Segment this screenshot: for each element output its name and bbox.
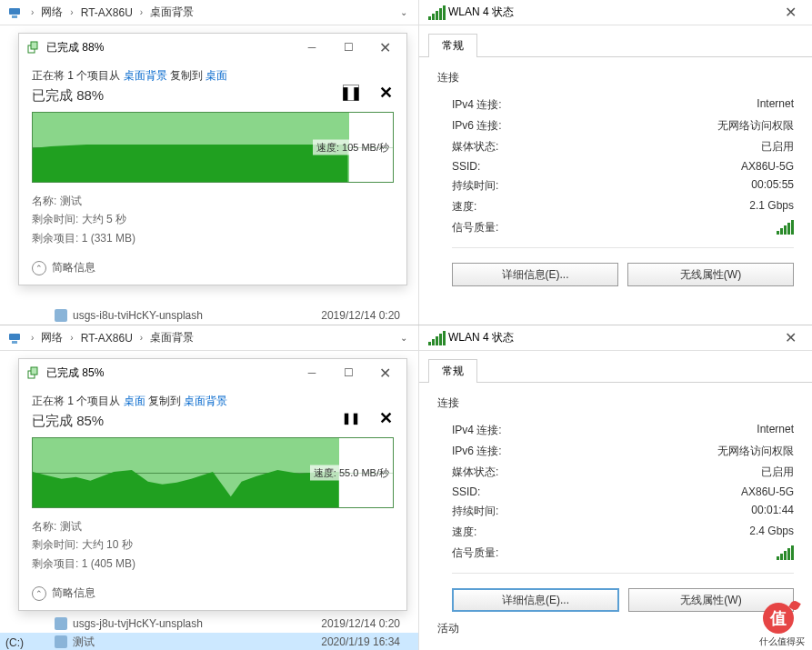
src-link[interactable]: 桌面背景: [124, 69, 167, 82]
media-state-value: 已启用: [761, 465, 794, 480]
remain-time-label: 剩余时间:: [32, 213, 82, 225]
file-icon: [55, 309, 67, 322]
media-state-label: 媒体状态:: [452, 139, 561, 155]
wlan-titlebar[interactable]: WLAN 4 状态 ✕: [419, 0, 812, 25]
close-button[interactable]: ✕: [774, 1, 807, 25]
speed-value: 2.4 Gbps: [749, 525, 794, 540]
duration-label: 持续时间:: [452, 504, 561, 519]
breadcrumb-item[interactable]: RT-AX86U: [79, 332, 135, 345]
copy-icon: [26, 365, 41, 380]
cancel-button[interactable]: ✕: [377, 410, 394, 426]
remain-items-value: 1 (405 MB): [82, 557, 135, 570]
copy-title: 已完成 85%: [46, 365, 294, 381]
name-value: 测试: [60, 520, 82, 533]
wifi-icon: [428, 5, 443, 20]
close-button[interactable]: ✕: [366, 360, 403, 385]
copy-progress-window: 已完成 88% ─ ☐ ✕ 正在将 1 个项目从 桌面背景 复制到 桌面 已完成…: [18, 33, 407, 285]
src-link[interactable]: 桌面: [124, 395, 145, 407]
smzdm-logo: 值 什么值得买: [739, 595, 812, 650]
ipv4-value: Internet: [757, 97, 794, 113]
svg-rect-7: [31, 367, 37, 375]
name-value: 测试: [60, 195, 82, 207]
breadcrumb-item[interactable]: 网络: [39, 5, 65, 20]
pause-button[interactable]: ❚❚: [343, 410, 359, 426]
svg-rect-5: [12, 341, 17, 344]
breadcrumb-item[interactable]: 桌面背景: [148, 330, 195, 345]
close-button[interactable]: ✕: [774, 326, 807, 350]
svg-rect-1: [12, 15, 17, 18]
file-row[interactable]: usgs-i8u-tviHcKY-unsplash 2019/12/14 0:2…: [0, 306, 418, 325]
wlan-title: WLAN 4 状态: [448, 5, 774, 20]
media-state-value: 已启用: [761, 139, 794, 155]
maximize-button[interactable]: ☐: [330, 35, 366, 60]
copy-description: 正在将 1 个项目从 桌面背景 复制到 桌面: [32, 68, 394, 84]
name-label: 名称:: [32, 520, 60, 533]
chevron-up-icon: ⌃: [32, 586, 46, 601]
ipv4-label: IPv4 连接:: [452, 423, 561, 438]
tab-general[interactable]: 常规: [428, 34, 477, 57]
file-date: 2019/12/14 0:20: [321, 617, 418, 630]
ipv6-value: 无网络访问权限: [717, 118, 794, 134]
breadcrumb-dropdown[interactable]: ⌄: [400, 333, 415, 343]
ssid-label: SSID:: [452, 485, 561, 498]
file-name: 测试: [73, 635, 95, 650]
remain-time-label: 剩余时间:: [32, 538, 82, 551]
svg-rect-4: [9, 334, 20, 340]
breadcrumb-dropdown[interactable]: ⌄: [400, 7, 415, 17]
ipv4-value: Internet: [757, 423, 794, 438]
file-date: 2020/1/19 16:34: [321, 635, 418, 648]
cancel-button[interactable]: ✕: [377, 85, 394, 101]
remain-items-value: 1 (331 MB): [82, 232, 135, 245]
dst-link[interactable]: 桌面: [206, 69, 227, 82]
duration-value: 00:05:55: [751, 178, 794, 194]
details-button[interactable]: 详细信息(E)...: [452, 588, 619, 612]
chevron-right-icon: ›: [140, 7, 143, 17]
chevron-right-icon: ›: [31, 333, 34, 343]
breadcrumb-item[interactable]: RT-AX86U: [79, 6, 135, 19]
breadcrumb[interactable]: › 网络 › RT-AX86U › 桌面背景 ⌄: [0, 0, 418, 25]
ipv6-value: 无网络访问权限: [717, 444, 794, 459]
name-label: 名称:: [32, 195, 60, 207]
connection-section-heading: 连接: [437, 70, 794, 85]
breadcrumb-item[interactable]: 桌面背景: [148, 5, 195, 20]
wireless-properties-button[interactable]: 无线属性(W): [627, 263, 794, 286]
remain-time-value: 大约 5 秒: [82, 213, 126, 225]
maximize-button[interactable]: ☐: [330, 360, 366, 385]
drive-label[interactable]: (C:): [5, 636, 24, 649]
minimize-button[interactable]: ─: [294, 360, 330, 385]
minimize-button[interactable]: ─: [294, 35, 330, 60]
signal-label: 信号质量:: [452, 545, 561, 563]
breadcrumb-item[interactable]: 网络: [39, 330, 65, 345]
signal-value: [777, 545, 794, 563]
breadcrumb[interactable]: › 网络 › RT-AX86U › 桌面背景 ⌄: [0, 325, 418, 351]
chevron-right-icon: ›: [70, 333, 73, 343]
duration-value: 00:01:44: [751, 504, 794, 519]
signal-value: [777, 220, 794, 237]
speed-label: 速度:: [452, 199, 561, 215]
details-button[interactable]: 详细信息(E)...: [452, 263, 618, 286]
close-button[interactable]: ✕: [366, 35, 403, 60]
copy-progress-heading: 已完成 85%: [32, 413, 394, 430]
dst-link[interactable]: 桌面背景: [184, 395, 227, 407]
ipv6-label: IPv6 连接:: [452, 118, 561, 134]
wifi-icon: [428, 331, 443, 345]
speed-label: 速度:: [452, 525, 561, 540]
toggle-details[interactable]: ⌃ 简略信息: [32, 585, 394, 601]
copy-progress-window: 已完成 85% ─ ☐ ✕ 正在将 1 个项目从 桌面 复制到 桌面背景 已完成…: [18, 358, 407, 611]
pause-button[interactable]: ❚❚: [343, 85, 359, 101]
tab-general[interactable]: 常规: [428, 359, 477, 383]
wlan-title: WLAN 4 状态: [448, 330, 774, 345]
toggle-details[interactable]: ⌃ 简略信息: [32, 260, 394, 275]
wlan-tabs: 常规: [419, 25, 812, 57]
file-row[interactable]: 测试 2020/1/19 16:34: [0, 633, 418, 650]
remain-items-label: 剩余项目:: [32, 557, 82, 570]
chevron-right-icon: ›: [70, 7, 73, 17]
copy-titlebar[interactable]: 已完成 88% ─ ☐ ✕: [19, 34, 406, 61]
wlan-titlebar[interactable]: WLAN 4 状态 ✕: [419, 325, 812, 351]
speed-label: 速度: 105 MB/秒: [313, 140, 393, 155]
remain-time-value: 大约 10 秒: [82, 538, 133, 551]
ssid-value: AX86U-5G: [741, 485, 794, 498]
file-row[interactable]: usgs-j8u-tvjHcKY-unsplash 2019/12/14 0:2…: [0, 615, 418, 633]
ssid-label: SSID:: [452, 160, 561, 173]
copy-titlebar[interactable]: 已完成 85% ─ ☐ ✕: [19, 359, 406, 386]
